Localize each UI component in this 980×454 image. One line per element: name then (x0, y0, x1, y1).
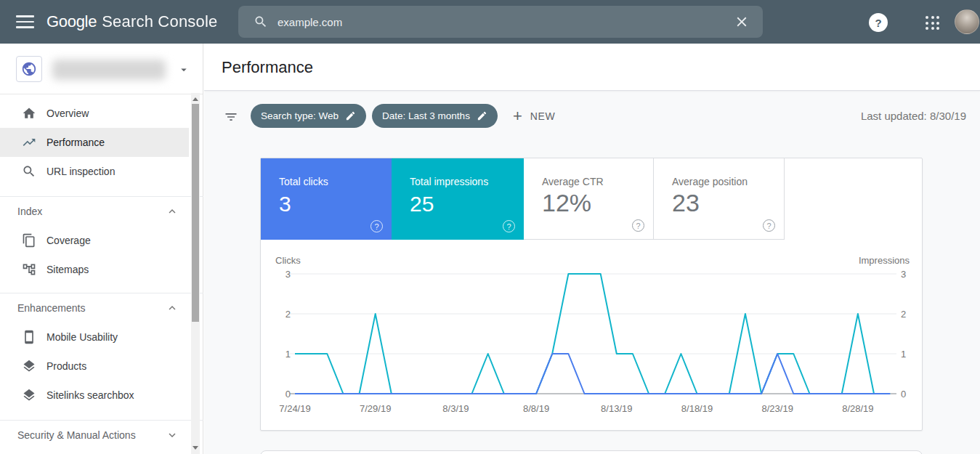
sidebar-item-label: Overview (46, 99, 89, 128)
chip-label: Date: Last 3 months (382, 110, 470, 121)
filter-chip-search-type[interactable]: Search type: Web (251, 104, 366, 128)
section-label: Index (17, 197, 42, 226)
metric-value: 3 (279, 192, 291, 216)
metric-card-total-impressions[interactable]: Total impressions 25 ? (392, 158, 524, 240)
sidebar-section-security-manual-actions[interactable]: Security & Manual Actions (0, 421, 189, 450)
question-circle-icon[interactable]: ? (763, 219, 775, 232)
sidebar-item-url-inspection[interactable]: URL inspection (0, 157, 189, 186)
svg-text:1: 1 (286, 349, 291, 360)
metric-cards-row: Total clicks 3 ? Total impressions 25 ? … (261, 158, 922, 240)
svg-text:7/29/19: 7/29/19 (360, 403, 391, 414)
search-input[interactable] (278, 16, 684, 28)
sidebar-item-coverage[interactable]: Coverage (0, 226, 189, 255)
home-icon (22, 106, 36, 121)
account-avatar[interactable] (955, 9, 979, 34)
apps-grid-icon[interactable] (926, 16, 939, 30)
metric-label: Average CTR (542, 176, 604, 187)
svg-text:8/8/19: 8/8/19 (523, 403, 549, 414)
app-header: Google Search Console ? (0, 0, 980, 44)
menu-icon[interactable] (16, 15, 34, 28)
metric-label: Total clicks (279, 176, 328, 187)
layers-icon (22, 388, 36, 402)
svg-text:Impressions: Impressions (859, 255, 910, 266)
svg-text:0: 0 (286, 389, 291, 400)
metric-label: Total impressions (410, 176, 488, 187)
globe-icon (16, 56, 42, 82)
sidebar-item-label: Sitemaps (46, 255, 89, 284)
title-band: Performance (204, 44, 980, 91)
filter-bar: Search type: Web Date: Last 3 months + N… (224, 104, 555, 128)
question-circle-icon[interactable]: ? (370, 220, 383, 232)
search-icon (22, 164, 36, 179)
svg-text:8/23/19: 8/23/19 (762, 403, 793, 414)
sidebar-item-label: Mobile Usability (46, 323, 118, 352)
svg-text:8/13/19: 8/13/19 (601, 403, 632, 414)
scrollbar-thumb[interactable] (192, 104, 199, 322)
clear-icon[interactable] (734, 14, 750, 30)
chevron-up-icon (166, 205, 179, 218)
svg-text:3: 3 (286, 269, 291, 280)
sitemap-icon (22, 262, 36, 277)
new-button-label: NEW (530, 110, 555, 122)
metric-card-average-position[interactable]: Average position 23 ? (654, 158, 785, 240)
sidebar-item-label: Products (46, 352, 86, 381)
metric-value: 23 (672, 189, 700, 217)
sidebar-item-label: Performance (46, 128, 105, 157)
layers-icon (22, 359, 36, 373)
logo-google: Google (46, 12, 97, 31)
sidebar-section-enhancements[interactable]: Enhancements (0, 293, 189, 323)
sidebar: Overview Performance URL inspection Inde… (0, 44, 203, 454)
question-circle-icon[interactable]: ? (632, 219, 644, 232)
filter-chip-date[interactable]: Date: Last 3 months (372, 104, 498, 128)
smartphone-icon (22, 330, 36, 344)
sidebar-section-index[interactable]: Index (0, 197, 189, 226)
svg-text:8/3/19: 8/3/19 (442, 403, 469, 414)
performance-chart-svg: 00112233ClicksImpressions7/24/197/29/198… (261, 251, 922, 430)
scroll-up-arrow[interactable] (193, 97, 198, 101)
pages-icon (22, 233, 36, 248)
metric-label: Average position (672, 176, 748, 187)
plus-icon: + (513, 108, 522, 124)
metric-card-average-ctr[interactable]: Average CTR 12% ? (524, 158, 654, 240)
metric-card-total-clicks[interactable]: Total clicks 3 ? (261, 158, 392, 240)
sidebar-item-sitelinks-searchbox[interactable]: Sitelinks searchbox (0, 381, 189, 410)
property-selector[interactable] (0, 44, 203, 94)
sidebar-item-sitemaps[interactable]: Sitemaps (0, 255, 189, 284)
chevron-up-icon (166, 301, 179, 315)
property-name-redacted (52, 60, 166, 80)
metric-value: 12% (542, 189, 591, 217)
clicks-impressions-chart: 00112233ClicksImpressions7/24/197/29/198… (261, 251, 922, 430)
trending-up-icon (22, 135, 36, 150)
chip-label: Search type: Web (261, 110, 339, 121)
product-logo: Google Search Console (46, 0, 218, 44)
chevron-down-icon (166, 429, 179, 442)
sidebar-item-overview[interactable]: Overview (0, 99, 189, 128)
scroll-down-arrow[interactable] (193, 446, 198, 450)
dropdown-arrow-icon (177, 63, 190, 76)
svg-text:Clicks: Clicks (275, 255, 301, 266)
svg-text:2: 2 (901, 309, 906, 320)
section-label: Enhancements (17, 293, 85, 323)
edit-icon (345, 110, 356, 121)
sidebar-item-products[interactable]: Products (0, 352, 189, 381)
last-updated-text: Last updated: 8/30/19 (861, 110, 966, 122)
sidebar-item-performance[interactable]: Performance (0, 128, 189, 157)
property-search-box[interactable] (238, 6, 763, 38)
sidebar-scrollbar[interactable] (191, 93, 200, 454)
svg-text:8/18/19: 8/18/19 (681, 403, 713, 414)
question-circle-icon[interactable]: ? (503, 220, 515, 232)
svg-text:2: 2 (286, 309, 291, 320)
sidebar-item-mobile-usability[interactable]: Mobile Usability (0, 323, 189, 352)
page-title: Performance (222, 44, 313, 91)
sidebar-item-label: URL inspection (46, 157, 115, 186)
filter-icon[interactable] (224, 110, 238, 124)
svg-text:0: 0 (901, 389, 906, 400)
edit-icon (477, 110, 487, 121)
svg-text:8/28/19: 8/28/19 (842, 403, 873, 414)
svg-text:3: 3 (901, 269, 906, 280)
help-icon[interactable]: ? (869, 13, 888, 32)
sidebar-item-label: Sitelinks searchbox (46, 381, 134, 410)
main-content: Performance Search type: Web Date: Last … (204, 44, 980, 454)
performance-panel: Total clicks 3 ? Total impressions 25 ? … (260, 158, 923, 431)
new-filter-button[interactable]: + NEW (513, 108, 555, 124)
